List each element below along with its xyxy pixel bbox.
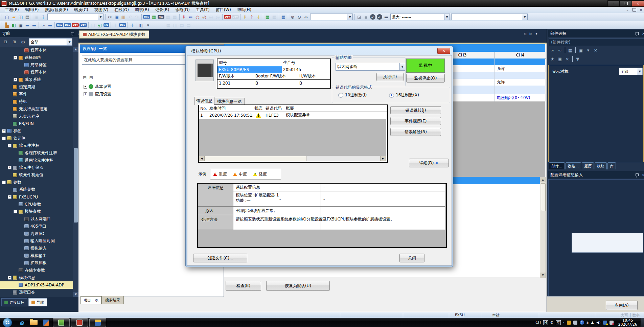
- nav-tree-item[interactable]: −软元件注释: [0, 142, 73, 149]
- taskbar-app-tool[interactable]: [89, 318, 106, 327]
- monitor-green-icon[interactable]: ▦: [151, 14, 157, 20]
- tree-expander-icon[interactable]: −: [2, 181, 6, 184]
- error-row-desc[interactable]: 模块配置异常: [284, 112, 387, 118]
- tree-expander-icon[interactable]: +: [2, 129, 6, 133]
- menu-item[interactable]: 工程(P): [2, 7, 22, 13]
- monitor-stop-button[interactable]: 监视停止(O): [406, 74, 445, 83]
- nav-tree-item[interactable]: +恒定周期: [0, 83, 73, 91]
- tree-expander-icon[interactable]: −: [2, 137, 6, 140]
- media-player-icon[interactable]: [40, 319, 52, 327]
- watch3-disabled-icon[interactable]: ▤: [179, 22, 185, 28]
- nav-tree-item[interactable]: +扩展插板: [0, 259, 73, 267]
- new-file-icon[interactable]: ▢: [4, 14, 10, 20]
- dev-comment2-icon[interactable]: Dev: [64, 23, 71, 27]
- crosshair-icon[interactable]: ✛: [129, 22, 136, 28]
- disabled-window-icon[interactable]: ▦: [165, 14, 171, 20]
- menu-item[interactable]: 视图(V): [91, 7, 112, 13]
- tray-tool2-icon[interactable]: [573, 321, 577, 325]
- nav-tree-item[interactable]: +远程口令: [0, 289, 73, 296]
- param-grid-header-ch4[interactable]: CH4: [495, 52, 546, 59]
- menu-item[interactable]: 在线(O): [111, 7, 132, 13]
- menu-item[interactable]: 调试(B): [132, 7, 152, 13]
- bar3-icon[interactable]: ▬: [47, 22, 53, 28]
- nav-tree-item[interactable]: +待机: [0, 98, 73, 106]
- nav-tree-item[interactable]: −FX5UCPU: [0, 193, 73, 201]
- tab-navigation[interactable]: 导航: [28, 298, 47, 306]
- dialog-close-bottom-button[interactable]: 关闭: [399, 254, 424, 262]
- toolbar-drag-handle[interactable]: [1, 14, 2, 20]
- transfer3-icon[interactable]: ⇓: [255, 14, 262, 20]
- tab-module[interactable]: 模块: [595, 162, 607, 169]
- pin-icon[interactable]: [636, 32, 639, 35]
- nav-tree-item[interactable]: +以太网端口: [0, 215, 73, 223]
- gear-icon[interactable]: ⚙: [20, 39, 26, 45]
- tab-list-icon[interactable]: ▾: [535, 32, 537, 36]
- expand-all-icon[interactable]: ⊞: [89, 75, 93, 80]
- verify-disabled2-icon[interactable]: ◎: [214, 14, 221, 20]
- tab-module-info-list[interactable]: 模块信息一览: [214, 98, 245, 105]
- dev-comment4-icon[interactable]: Dev: [79, 23, 87, 27]
- tray-dot-icon[interactable]: ·: [563, 320, 565, 325]
- child-close-button[interactable]: ×: [638, 7, 644, 12]
- nav-tree-item[interactable]: +程序本体: [0, 47, 73, 54]
- restore-default-button[interactable]: 恢复为默认(U): [266, 281, 330, 291]
- monitor-blue-icon[interactable]: ◧: [138, 22, 145, 28]
- check-circle2-icon[interactable]: ✓: [377, 14, 382, 20]
- pin-icon[interactable]: [71, 32, 74, 35]
- group-drop-icon[interactable]: ▾: [585, 47, 592, 53]
- nav-tree-item[interactable]: +未登录程序: [0, 113, 73, 120]
- settings-item-application[interactable]: 应用设置: [95, 91, 111, 97]
- scroll-left-icon[interactable]: ◀: [199, 156, 205, 161]
- dev-comment1-icon[interactable]: Dev: [56, 23, 63, 27]
- tree-expander-icon[interactable]: +: [14, 78, 17, 81]
- verify-disabled-icon[interactable]: ◎: [208, 14, 214, 20]
- dialog-close-button[interactable]: ✕: [437, 48, 450, 54]
- tray-small-icon[interactable]: a: [586, 320, 589, 325]
- doc-scrollbar-thumb[interactable]: [541, 183, 546, 211]
- tab-parts[interactable]: 部件...: [549, 162, 565, 169]
- copy-disabled-icon[interactable]: ▣: [33, 14, 40, 20]
- nav-tree-item[interactable]: +模拟输入: [0, 245, 73, 252]
- dev-comment5-icon[interactable]: Dev: [119, 23, 126, 27]
- favorite-icon[interactable]: ★: [549, 55, 556, 62]
- scroll-up-icon[interactable]: ▲: [73, 47, 78, 52]
- tab-scroll-left-icon[interactable]: ◁: [524, 32, 526, 36]
- create-file-button[interactable]: 创建文件(C)...: [193, 254, 247, 262]
- settings-item-basic[interactable]: 基本设置: [95, 84, 111, 90]
- device-display-icon[interactable]: Dev: [143, 15, 150, 19]
- nav-tree-item[interactable]: +标签: [0, 127, 73, 135]
- pc-green-icon[interactable]: ▦: [264, 14, 271, 20]
- open-project-icon[interactable]: ▰: [10, 14, 17, 20]
- nav-tree-item[interactable]: −参数: [0, 179, 73, 186]
- print-icon[interactable]: ▤: [24, 14, 31, 20]
- nav-tree-item[interactable]: +无执行类型指定: [0, 106, 73, 113]
- tree-expander-icon[interactable]: −: [14, 210, 17, 213]
- tab-favorites[interactable]: 收藏...: [566, 162, 581, 169]
- pc-blue-icon[interactable]: ▦: [280, 14, 287, 20]
- io-assign-icon[interactable]: I/O: [104, 23, 109, 27]
- error-row-time[interactable]: 2020/07/26 17:58:51.041: [208, 112, 254, 118]
- device-disabled-icon[interactable]: Dev: [232, 15, 239, 19]
- check-circle-icon[interactable]: ✓: [370, 14, 375, 20]
- check-button[interactable]: 检查(K): [226, 281, 261, 291]
- nav-tree-item[interactable]: +CPU参数: [0, 201, 73, 208]
- nav-tree-item[interactable]: +程序本体: [0, 69, 73, 76]
- nav-tree-item[interactable]: +485串口: [0, 223, 73, 230]
- tree-expander-icon[interactable]: −: [8, 144, 12, 147]
- hw-config-icon[interactable]: HW: [158, 15, 164, 19]
- doc-scroll-down-icon[interactable]: ▼: [540, 273, 546, 278]
- dev-comment3-icon[interactable]: Dev: [72, 23, 79, 27]
- favorite-folder-icon[interactable]: ▣: [556, 55, 563, 62]
- tab-library[interactable]: 库: [607, 162, 616, 169]
- tab-error-info[interactable]: 错误信息: [194, 97, 214, 105]
- menu-item[interactable]: 记录(R): [152, 7, 172, 13]
- menu-item[interactable]: 窗口(W): [213, 7, 234, 13]
- write-to-plc-icon[interactable]: ⇓: [181, 14, 187, 20]
- tray-volume-icon[interactable]: ◀): [596, 320, 601, 325]
- menu-item[interactable]: 诊断(D): [172, 7, 193, 13]
- detail-button[interactable]: 详细(D) «: [409, 159, 449, 167]
- start-button[interactable]: [3, 318, 12, 327]
- module-config-icon[interactable]: ◧: [10, 22, 17, 28]
- tab-connect-target[interactable]: 连接目标: [1, 298, 27, 306]
- close-button[interactable]: ×: [632, 0, 644, 7]
